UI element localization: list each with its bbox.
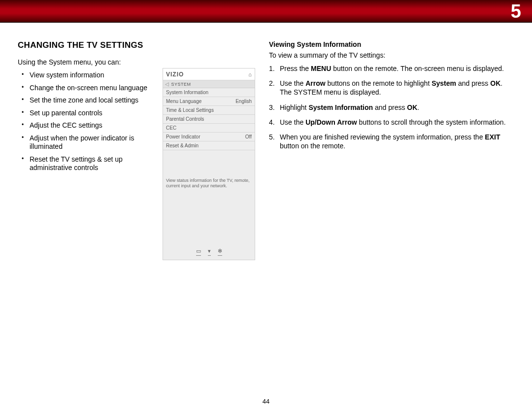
- osd-row-label: Menu Language: [166, 99, 201, 104]
- osd-row-label: Time & Local Settings: [166, 107, 214, 113]
- step-bold: System: [432, 79, 456, 87]
- osd-row: System Information: [163, 88, 255, 97]
- step-bold: OK: [407, 103, 417, 111]
- osd-row: Reset & Admin: [163, 141, 255, 150]
- step-bold: System Information: [308, 103, 373, 111]
- page-number: 44: [0, 398, 532, 405]
- list-item: Adjust when the power indicator is illum…: [30, 134, 162, 151]
- osd-row-value: Off: [245, 134, 252, 139]
- osd-row: CEC: [163, 124, 255, 133]
- osd-row-value: English: [235, 99, 252, 104]
- osd-row-label: Power Indicator: [166, 134, 200, 139]
- step-item: Use the Arrow buttons on the remote to h…: [280, 79, 515, 97]
- wide-mode-icon: ▭: [196, 248, 201, 256]
- step-text: Press the: [280, 65, 311, 72]
- osd-row: Time & Local Settings: [163, 106, 255, 115]
- osd-row-label: Parental Controls: [166, 116, 204, 122]
- osd-row: Parental Controls: [163, 115, 255, 124]
- osd-row-label: Reset & Admin: [166, 143, 199, 148]
- step-text: and press: [456, 79, 490, 87]
- left-column: CHANGING THE TV SETTINGS Using the Syste…: [18, 40, 162, 176]
- osd-breadcrumb: ◁ SYSTEM: [163, 80, 255, 88]
- step-text: Use the: [280, 79, 305, 87]
- osd-footer: ▭ ▾ ✻: [163, 248, 255, 256]
- step-item: Use the Up/Down Arrow buttons to scroll …: [280, 118, 515, 127]
- step-bold: MENU: [311, 65, 331, 72]
- osd-help-text: View status information for the TV, remo…: [166, 178, 252, 189]
- osd-row: Menu LanguageEnglish: [163, 97, 255, 106]
- step-text: When you are finished reviewing the syst…: [280, 133, 485, 141]
- intro-text: Using the System menu, you can:: [18, 58, 162, 66]
- step-text: button on the remote.: [280, 142, 345, 150]
- osd-menu-rows: System Information Menu LanguageEnglish …: [163, 88, 255, 150]
- list-item: Adjust the CEC settings: [30, 121, 162, 130]
- page-content: CHANGING THE TV SETTINGS Using the Syste…: [18, 40, 514, 391]
- v-icon: ▾: [208, 248, 211, 256]
- osd-screenshot: VIZIO ⌂ ◁ SYSTEM System Information Menu…: [163, 68, 256, 260]
- list-item: Change the on-screen menu language: [30, 84, 162, 93]
- step-bold: Up/Down Arrow: [305, 118, 357, 126]
- step-text: buttons on the remote to highlight: [326, 79, 432, 87]
- osd-row: Power IndicatorOff: [163, 133, 255, 141]
- chapter-band: 5: [0, 0, 532, 23]
- list-item: View system information: [30, 71, 162, 80]
- list-item: Set up parental controls: [30, 109, 162, 118]
- step-text: buttons to scroll through the system inf…: [357, 118, 506, 126]
- step-text: and press: [373, 103, 407, 111]
- manual-page: 5 CHANGING THE TV SETTINGS Using the Sys…: [0, 0, 532, 411]
- breadcrumb-label: SYSTEM: [171, 82, 191, 87]
- step-text: button on the remote. The on-screen menu…: [331, 65, 504, 72]
- step-item: When you are finished reviewing the syst…: [280, 133, 515, 150]
- step-text: Use the: [280, 118, 305, 126]
- step-bold: EXIT: [485, 133, 500, 141]
- step-bold: Arrow: [305, 79, 325, 87]
- osd-panel: VIZIO ⌂ ◁ SYSTEM System Information Menu…: [163, 68, 255, 260]
- chapter-number: 5: [511, 0, 521, 23]
- list-item: Reset the TV settings & set up administr…: [30, 155, 162, 172]
- home-icon: ⌂: [248, 71, 252, 77]
- capability-list: View system information Change the on-sc…: [18, 71, 162, 172]
- right-column: Viewing System Information To view a sum…: [269, 40, 515, 156]
- brand-logo: VIZIO: [166, 71, 184, 78]
- subsection-title: Viewing System Information: [269, 40, 515, 48]
- step-item: Press the MENU button on the remote. The…: [280, 64, 515, 73]
- osd-row-label: System Information: [166, 90, 208, 95]
- step-text: .: [417, 103, 419, 111]
- step-text: Highlight: [280, 103, 308, 111]
- gear-icon: ✻: [218, 248, 222, 256]
- step-item: Highlight System Information and press O…: [280, 103, 515, 112]
- section-title: CHANGING THE TV SETTINGS: [18, 40, 162, 50]
- steps-list: Press the MENU button on the remote. The…: [269, 64, 515, 150]
- osd-row-label: CEC: [166, 125, 176, 131]
- back-icon: ◁: [165, 81, 169, 87]
- subsection-lead: To view a summary of the TV settings:: [269, 51, 515, 59]
- list-item: Set the time zone and local settings: [30, 96, 162, 105]
- osd-header: VIZIO ⌂: [163, 68, 255, 80]
- step-bold: OK: [490, 79, 500, 87]
